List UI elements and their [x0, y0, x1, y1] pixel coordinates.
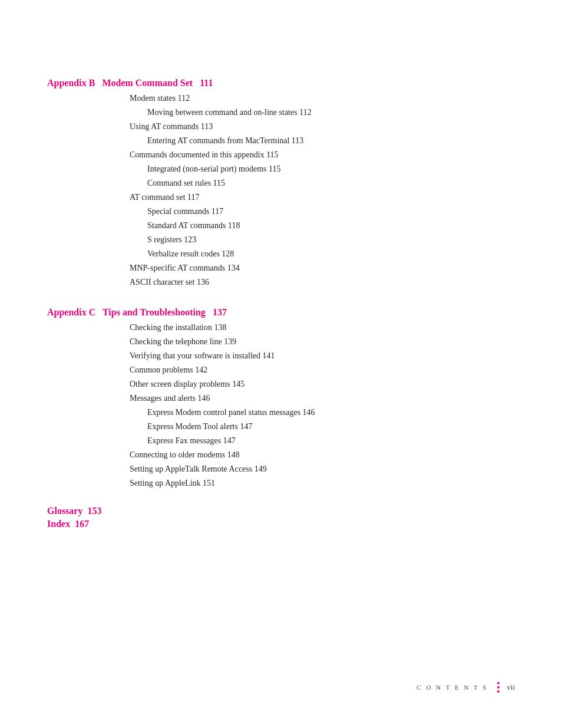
index-line: Index167 — [47, 519, 515, 529]
appendix-c-section: Appendix C Tips and Troubleshooting 137 … — [47, 307, 515, 489]
footer-dots — [497, 682, 500, 693]
glossary-label: Glossary — [47, 506, 82, 516]
appendix-b-entry-12: MNP-specific AT commands 134 — [130, 262, 515, 274]
appendix-b-entry-13: ASCII character set 136 — [130, 276, 515, 288]
appendix-b-page: 111 — [200, 78, 213, 88]
appendix-b-entry-2: Using AT commands 113 — [130, 120, 515, 133]
index-page: 167 — [75, 519, 89, 529]
appendix-b-entry-1: Moving between command and on-line state… — [147, 106, 515, 118]
appendix-b-entries: Modem states 112Moving between command a… — [130, 92, 515, 288]
index-label: Index — [47, 519, 70, 529]
appendix-b-entry-7: AT command set 117 — [130, 191, 515, 203]
appendix-c-entry-2: Verifying that your software is installe… — [130, 350, 515, 362]
appendix-c-entry-1: Checking the telephone line 139 — [130, 335, 515, 348]
appendix-b-title: Modem Command Set — [102, 78, 193, 88]
glossary-line: Glossary153 — [47, 506, 515, 516]
appendix-b-label: Appendix B — [47, 78, 95, 88]
appendix-b-section: Appendix B Modem Command Set 111 Modem s… — [47, 78, 515, 288]
footer-page: vii — [507, 683, 515, 692]
appendix-c-entry-10: Setting up AppleTalk Remote Access 149 — [130, 463, 515, 475]
footer: C O N T E N T S vii — [416, 682, 515, 693]
appendix-b-entry-10: S registers 123 — [147, 233, 515, 246]
appendix-c-entry-0: Checking the installation 138 — [130, 321, 515, 334]
appendix-c-title: Tips and Troubleshooting — [103, 307, 206, 317]
appendix-c-entries: Checking the installation 138Checking th… — [130, 321, 515, 489]
footer-dot-2 — [497, 686, 500, 689]
appendix-c-entry-6: Express Modem control panel status messa… — [147, 406, 515, 419]
appendix-b-entry-5: Integrated (non-serial port) modems 115 — [147, 163, 515, 175]
appendix-c-entry-3: Common problems 142 — [130, 364, 515, 376]
appendix-c-entry-5: Messages and alerts 146 — [130, 392, 515, 404]
appendix-c-entry-4: Other screen display problems 145 — [130, 378, 515, 390]
appendix-b-heading: Appendix B Modem Command Set 111 — [47, 78, 515, 88]
appendix-b-entry-11: Verbalize result codes 128 — [147, 248, 515, 260]
appendix-b-entry-3: Entering AT commands from MacTerminal 11… — [147, 134, 515, 147]
footer-dot-3 — [497, 690, 500, 693]
appendix-b-entry-8: Special commands 117 — [147, 205, 515, 218]
footer-label: C O N T E N T S — [416, 684, 488, 691]
appendix-b-entry-6: Command set rules 115 — [147, 177, 515, 189]
appendix-b-entry-9: Standard AT commands 118 — [147, 219, 515, 232]
appendix-c-heading: Appendix C Tips and Troubleshooting 137 — [47, 307, 515, 318]
appendix-c-page: 137 — [213, 307, 227, 317]
appendix-c-entry-8: Express Fax messages 147 — [147, 434, 515, 447]
appendix-c-entry-7: Express Modem Tool alerts 147 — [147, 420, 515, 433]
appendix-b-entry-0: Modem states 112 — [130, 92, 515, 104]
appendix-b-entry-4: Commands documented in this appendix 115 — [130, 149, 515, 161]
appendix-c-label: Appendix C — [47, 307, 95, 317]
appendix-c-entry-11: Setting up AppleLink 151 — [130, 477, 515, 489]
appendix-c-entry-9: Connecting to older modems 148 — [130, 449, 515, 461]
footer-dot-1 — [497, 682, 500, 684]
glossary-page: 153 — [87, 506, 101, 516]
